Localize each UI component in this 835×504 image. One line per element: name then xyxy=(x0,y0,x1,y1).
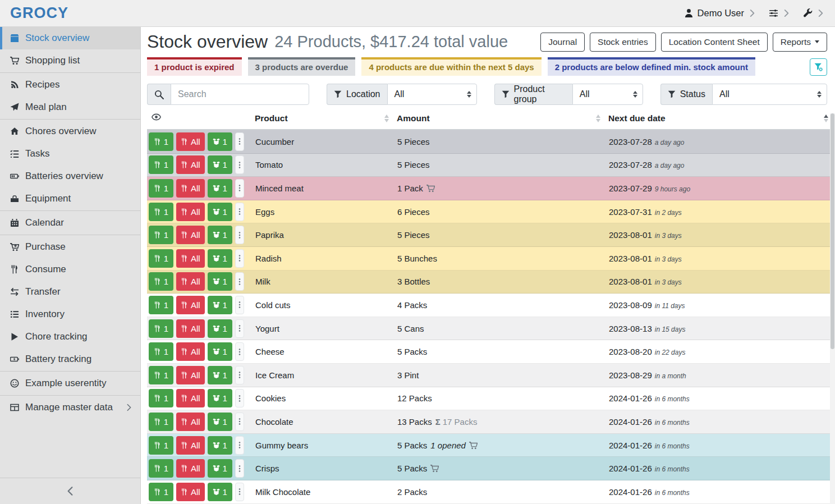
consume-all-button[interactable]: All xyxy=(176,272,205,291)
sidebar-item-meal-plan[interactable]: Meal plan xyxy=(0,96,140,118)
consume-one-button[interactable]: 1 xyxy=(149,389,173,407)
consume-one-button[interactable]: 1 xyxy=(149,132,173,151)
open-one-button[interactable]: 1 xyxy=(208,342,232,361)
open-one-button[interactable]: 1 xyxy=(208,436,232,455)
scrollbar-thumb[interactable] xyxy=(831,113,834,349)
row-menu-button[interactable] xyxy=(235,342,244,361)
row-menu-button[interactable] xyxy=(235,155,244,174)
product-name[interactable]: Eggs xyxy=(251,207,393,217)
consume-one-button[interactable]: 1 xyxy=(149,249,173,268)
open-one-button[interactable]: 1 xyxy=(208,459,232,478)
row-menu-button[interactable] xyxy=(235,132,244,151)
product-name[interactable]: Milk xyxy=(251,277,393,286)
vertical-scrollbar[interactable] xyxy=(830,113,835,504)
product-name[interactable]: Gummy bears xyxy=(251,441,393,450)
consume-all-button[interactable]: All xyxy=(176,132,205,151)
sidebar-item-purchase[interactable]: Purchase xyxy=(0,236,140,258)
consume-all-button[interactable]: All xyxy=(176,436,205,455)
banner-overdue[interactable]: 3 products are overdue xyxy=(248,57,356,76)
sidebar-item-inventory[interactable]: Inventory xyxy=(0,303,140,326)
open-one-button[interactable]: 1 xyxy=(208,319,232,338)
stock-entries-button[interactable]: Stock entries xyxy=(590,33,656,52)
open-one-button[interactable]: 1 xyxy=(208,413,232,431)
open-one-button[interactable]: 1 xyxy=(208,296,232,314)
sidebar-collapse-button[interactable] xyxy=(0,478,140,504)
product-name[interactable]: Chocolate xyxy=(251,417,393,427)
amount-column-header[interactable]: Amount xyxy=(393,111,605,126)
admin-menu[interactable] xyxy=(803,8,825,18)
banner-below-min[interactable]: 2 products are below defined min. stock … xyxy=(548,57,755,76)
row-menu-button[interactable] xyxy=(235,296,244,314)
consume-all-button[interactable]: All xyxy=(176,155,205,174)
product-name[interactable]: Yogurt xyxy=(251,324,393,333)
sidebar-item-battery-tracking[interactable]: Battery tracking xyxy=(0,348,140,370)
consume-one-button[interactable]: 1 xyxy=(149,483,173,501)
consume-all-button[interactable]: All xyxy=(176,483,205,501)
row-menu-button[interactable] xyxy=(235,389,244,407)
search-input[interactable] xyxy=(171,84,309,105)
due-date-column-header[interactable]: Next due date xyxy=(605,111,833,126)
product-name[interactable]: Minced meat xyxy=(251,184,393,193)
consume-all-button[interactable]: All xyxy=(176,413,205,431)
open-one-button[interactable]: 1 xyxy=(208,226,232,244)
banner-expired[interactable]: 1 product is expired xyxy=(147,57,242,76)
product-name[interactable]: Ice Cream xyxy=(251,370,393,380)
clear-filter-button[interactable] xyxy=(810,58,827,76)
product-name[interactable]: Milk Chocolate xyxy=(251,487,393,497)
location-content-sheet-button[interactable]: Location Content Sheet xyxy=(661,33,768,52)
open-one-button[interactable]: 1 xyxy=(208,203,232,221)
status-select[interactable]: All xyxy=(712,84,827,105)
consume-all-button[interactable]: All xyxy=(176,226,205,244)
product-name[interactable]: Tomato xyxy=(251,160,393,169)
consume-one-button[interactable]: 1 xyxy=(149,179,173,198)
consume-all-button[interactable]: All xyxy=(176,366,205,384)
product-name[interactable]: Cold cuts xyxy=(251,300,393,310)
product-name[interactable]: Paprika xyxy=(251,230,393,240)
sidebar-item-recipes[interactable]: Recipes xyxy=(0,74,140,96)
consume-all-button[interactable]: All xyxy=(176,249,205,268)
user-menu[interactable]: Demo User xyxy=(684,8,756,19)
row-menu-button[interactable] xyxy=(235,459,244,478)
open-one-button[interactable]: 1 xyxy=(208,249,232,268)
row-menu-button[interactable] xyxy=(235,272,244,291)
consume-all-button[interactable]: All xyxy=(176,459,205,478)
product-name[interactable]: Cucumber xyxy=(251,137,393,146)
product-name[interactable]: Radish xyxy=(251,254,393,263)
banner-due-soon[interactable]: 4 products are due within the next 5 day… xyxy=(361,57,541,76)
reports-button[interactable]: Reports xyxy=(773,33,827,52)
open-one-button[interactable]: 1 xyxy=(208,389,232,407)
settings-menu[interactable] xyxy=(769,8,791,18)
consume-all-button[interactable]: All xyxy=(176,296,205,314)
open-one-button[interactable]: 1 xyxy=(208,132,232,151)
column-visibility-header[interactable] xyxy=(147,110,251,127)
product-name[interactable]: Crisps xyxy=(251,464,393,473)
row-menu-button[interactable] xyxy=(235,483,244,501)
consume-all-button[interactable]: All xyxy=(176,203,205,221)
consume-one-button[interactable]: 1 xyxy=(149,272,173,291)
sidebar-item-consume[interactable]: Consume xyxy=(0,258,140,281)
consume-one-button[interactable]: 1 xyxy=(149,342,173,361)
consume-one-button[interactable]: 1 xyxy=(149,226,173,244)
consume-all-button[interactable]: All xyxy=(176,342,205,361)
open-one-button[interactable]: 1 xyxy=(208,155,232,174)
sidebar-item-batteries-overview[interactable]: Batteries overview xyxy=(0,165,140,187)
sidebar-item-shopping-list[interactable]: Shopping list xyxy=(0,49,140,72)
open-one-button[interactable]: 1 xyxy=(208,366,232,384)
consume-one-button[interactable]: 1 xyxy=(149,203,173,221)
location-select[interactable]: All xyxy=(387,84,477,105)
row-menu-button[interactable] xyxy=(235,436,244,455)
product-name[interactable]: Cheese xyxy=(251,347,393,356)
consume-one-button[interactable]: 1 xyxy=(149,296,173,314)
sidebar-item-chore-tracking[interactable]: Chore tracking xyxy=(0,326,140,348)
product-name[interactable]: Cookies xyxy=(251,393,393,403)
sidebar-item-example-userentity[interactable]: Example userentity xyxy=(0,372,140,395)
consume-one-button[interactable]: 1 xyxy=(149,413,173,431)
row-menu-button[interactable] xyxy=(235,366,244,384)
sidebar-item-manage-master-data[interactable]: Manage master data xyxy=(0,396,140,419)
open-one-button[interactable]: 1 xyxy=(208,179,232,198)
row-menu-button[interactable] xyxy=(235,203,244,221)
row-menu-button[interactable] xyxy=(235,413,244,431)
consume-all-button[interactable]: All xyxy=(176,389,205,407)
consume-one-button[interactable]: 1 xyxy=(149,459,173,478)
row-menu-button[interactable] xyxy=(235,249,244,268)
